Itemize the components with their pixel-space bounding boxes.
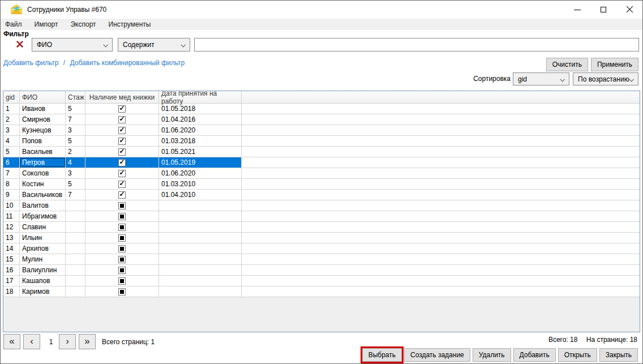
minimize-button[interactable] [564,1,590,19]
cell-fio[interactable]: Кузнецов [20,125,66,135]
close-window-button[interactable] [616,1,642,19]
table-row[interactable]: 5Васильев2✓01.05.2021 [3,147,640,157]
cell-med-checkbox[interactable] [85,286,159,297]
cell-fio[interactable]: Иванов [20,104,66,114]
table-row[interactable]: 17Кашапов [3,276,640,286]
cell-staj[interactable] [66,276,85,286]
cell-med-checkbox[interactable]: ✓ [85,147,159,157]
checkbox-indeterminate-icon[interactable] [118,202,126,209]
add-filter-link[interactable]: Добавить фильтр [3,59,58,67]
table-row[interactable]: 8Костин5✓01.03.2010 [3,179,640,190]
cell-date[interactable]: 01.05.2021 [159,147,242,157]
checkbox-checked-icon[interactable]: ✓ [118,105,126,113]
cell-gid[interactable]: 3 [3,125,20,135]
cell-gid[interactable]: 4 [3,136,20,146]
cell-date[interactable] [159,286,242,297]
checkbox-indeterminate-icon[interactable] [118,267,126,274]
cell-med-checkbox[interactable]: ✓ [85,125,159,135]
cell-med-checkbox[interactable] [85,265,159,275]
cell-fio[interactable]: Попов [20,136,66,146]
cell-fio[interactable]: Мулин [20,254,66,264]
cell-date[interactable]: 01.03.2018 [159,136,242,146]
cell-gid[interactable]: 11 [3,211,20,221]
cell-date[interactable] [159,233,242,243]
cell-fio[interactable]: Васильев [20,147,66,157]
cell-fio[interactable]: Каримов [20,286,66,297]
table-row[interactable]: 2Смирнов7✓01.04.2016 [3,114,640,125]
cell-med-checkbox[interactable]: ✓ [85,104,159,114]
cell-date[interactable]: 01.05.2018 [159,104,242,114]
create-task-button[interactable]: Создать задание [404,348,470,362]
filter-field-select[interactable]: ФИО [32,38,113,52]
cell-med-checkbox[interactable] [85,222,159,232]
table-row[interactable]: 6Петров4✓01.05.2019 [3,157,640,168]
checkbox-indeterminate-icon[interactable] [118,288,126,296]
cell-med-checkbox[interactable] [85,254,159,264]
cell-gid[interactable]: 5 [3,147,20,157]
cell-med-checkbox[interactable]: ✓ [85,168,159,178]
cell-med-checkbox[interactable] [85,211,159,221]
select-button[interactable]: Выбрать [362,348,402,362]
table-row[interactable]: 18Каримов [3,286,640,297]
close-button[interactable]: Закрыть [599,348,638,362]
cell-date[interactable] [159,276,242,286]
cell-gid[interactable]: 14 [3,243,20,254]
table-row[interactable]: 9Васильчиков7✓01.04.2010 [3,190,640,200]
column-header-fio[interactable]: ФИО [20,91,66,103]
apply-button[interactable]: Применить [591,58,638,71]
checkbox-checked-icon[interactable]: ✓ [118,148,126,156]
cell-gid[interactable]: 1 [3,104,20,114]
open-button[interactable]: Открыть [558,348,597,362]
table-row[interactable]: 13Ильин [3,233,640,243]
checkbox-checked-icon[interactable]: ✓ [118,181,126,188]
cell-staj[interactable] [66,243,85,254]
cell-staj[interactable] [66,200,85,211]
column-header-gid[interactable]: gid [3,91,20,103]
cell-fio[interactable]: Кашапов [20,276,66,286]
cell-date[interactable] [159,265,242,275]
table-row[interactable]: 11Ибрагимов [3,211,640,222]
cell-staj[interactable] [66,254,85,264]
cell-gid[interactable]: 16 [3,265,20,275]
cell-gid[interactable]: 6 [3,157,20,168]
cell-gid[interactable]: 7 [3,168,20,178]
cell-fio[interactable]: Петров [20,157,66,168]
filter-value-input[interactable] [194,38,639,52]
cell-date[interactable]: 01.04.2016 [159,114,242,125]
cell-staj[interactable] [66,233,85,243]
checkbox-checked-icon[interactable]: ✓ [118,127,126,134]
next-page-button[interactable]: › [59,334,76,349]
previous-page-button[interactable]: ‹ [23,334,40,349]
cell-staj[interactable] [66,211,85,221]
cell-gid[interactable]: 15 [3,254,20,264]
cell-date[interactable]: 01.06.2020 [159,168,242,178]
checkbox-indeterminate-icon[interactable] [118,234,126,242]
checkbox-checked-icon[interactable]: ✓ [118,116,126,123]
cell-staj[interactable] [66,265,85,275]
cell-staj[interactable]: 4 [66,157,85,168]
cell-gid[interactable]: 18 [3,286,20,297]
checkbox-checked-icon[interactable]: ✓ [118,138,126,145]
cell-fio[interactable]: Соколов [20,168,66,178]
menu-file[interactable]: Файл [1,19,28,29]
cell-fio[interactable]: Смирнов [20,114,66,125]
cell-fio[interactable]: Архипов [20,243,66,254]
sort-field-select[interactable]: gid [513,72,569,85]
cell-staj[interactable] [66,222,85,232]
table-row[interactable]: 16Валиуллин [3,265,640,276]
cell-fio[interactable]: Валитов [20,200,66,211]
cell-staj[interactable]: 7 [66,114,85,125]
cell-staj[interactable]: 5 [66,179,85,189]
last-page-button[interactable]: » [79,334,96,349]
cell-med-checkbox[interactable]: ✓ [85,157,159,168]
cell-fio[interactable]: Славин [20,222,66,232]
checkbox-checked-icon[interactable]: ✓ [118,191,126,199]
cell-fio[interactable]: Васильчиков [20,190,66,200]
cell-date[interactable]: 01.05.2019 [159,157,242,168]
cell-med-checkbox[interactable] [85,233,159,243]
checkbox-checked-icon[interactable]: ✓ [118,170,126,177]
sort-direction-select[interactable]: По возрастанию [573,72,638,85]
cell-date[interactable]: 01.03.2010 [159,179,242,189]
checkbox-indeterminate-icon[interactable] [118,245,126,252]
cell-fio[interactable]: Валиуллин [20,265,66,275]
